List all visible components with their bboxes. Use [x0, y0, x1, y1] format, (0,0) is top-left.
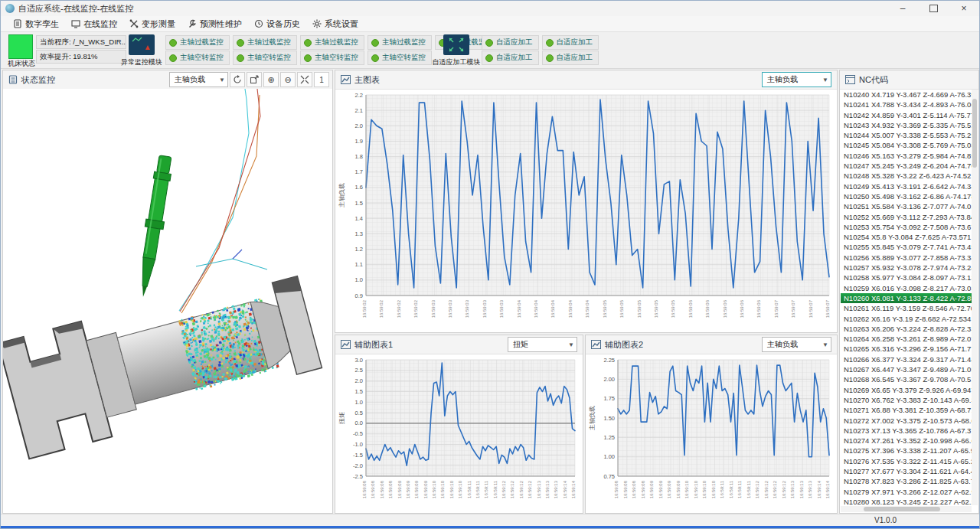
nc-code-panel: NC代码 N10240 X4.719 Y-3.467 Z-4.669 A-76.… [839, 70, 979, 514]
nc-line[interactable]: N10248 X5.328 Y-3.22 Z-6.423 A-74.52 C [841, 171, 972, 181]
nc-line[interactable]: N10277 X7.677 Y-3.304 Z-11.621 A-64.48 [841, 466, 972, 476]
nc-line[interactable]: N10251 X5.584 Y-3.136 Z-7.077 A-74.012 [841, 201, 972, 211]
nc-line[interactable]: N10240 X4.719 Y-3.467 Z-4.669 A-76.396 [841, 90, 972, 100]
close-button[interactable]: × [949, 1, 979, 16]
svg-text:16:59:04: 16:59:04 [550, 299, 555, 318]
nc-line[interactable]: N10253 X5.754 Y-3.092 Z-7.508 A-73.677 [841, 222, 972, 232]
nc-line[interactable]: N10275 X7.396 Y-3.338 Z-11.207 A-65.95 [841, 446, 972, 456]
aux-chart2-signal-dropdown[interactable]: 主轴负载▼ [762, 337, 831, 352]
nc-line[interactable]: N10258 X5.977 Y-3.084 Z-8.097 A-73.138 [841, 273, 972, 282]
toolbar: 机床状态 当前程序: /_N_WKS_DIR... 效率提升: 19.81% 异… [1, 32, 979, 69]
menu-item-predictive-maintenance[interactable]: 预测性维护 [181, 17, 248, 31]
spindle-overload-monitor-button-4[interactable]: 主轴过载监控 [368, 35, 432, 50]
adaptive-machining-button-b-2[interactable]: 自适应加工 [542, 51, 599, 65]
nc-code-icon [845, 75, 855, 84]
nc-line[interactable]: N10261 X6.119 Y-3.159 Z-8.546 A-72.701 [841, 303, 972, 313]
nc-line[interactable]: N10265 X6.316 Y-3.296 Z-9.156 A-71.771 [841, 344, 972, 354]
menu-item-deformation-measure[interactable]: 变形测量 [123, 17, 181, 31]
maximize-button[interactable] [918, 1, 949, 16]
nc-line[interactable]: N10249 X5.413 Y-3.191 Z-6.642 A-74.346 [841, 181, 972, 191]
nc-line[interactable]: N10264 X6.258 Y-3.261 Z-8.989 A-72.072 [841, 334, 972, 344]
current-program-label: 当前程序: /_N_WKS_DIR... [36, 35, 126, 49]
nc-line[interactable]: N10273 X7.13 Y-3.365 Z-10.786 A-67.372 [841, 426, 972, 436]
spindle-overload-monitor-button-3[interactable]: 主轴过载监控 [300, 35, 364, 50]
nc-line[interactable]: N10271 X6.88 Y-3.381 Z-10.359 A-68.711 [841, 405, 972, 415]
main-chart[interactable]: 0.91.01.11.21.31.41.51.61.71.81.92.02.12… [335, 89, 837, 332]
adaptive-machining-button-1[interactable]: 自适应加工 [482, 35, 539, 50]
spindle-idle-monitor-button-3[interactable]: 主轴空转监控 [300, 51, 364, 65]
menu-item-device-history[interactable]: 设备历史 [248, 17, 306, 31]
aux-chart1[interactable]: -2.5-2.0-1.5-1.0-0.50.00.51.01.52.02.53.… [335, 354, 583, 513]
nc-line[interactable]: N10252 X5.669 Y-3.112 Z-7.293 A-73.844 [841, 212, 972, 222]
abnormal-monitor-module-icon[interactable] [129, 34, 155, 55]
nc-line[interactable]: N10243 X4.932 Y-3.369 Z-5.335 A-75.523 [841, 120, 972, 130]
nc-line[interactable]: N10268 X6.545 Y-3.367 Z-9.708 A-70.519 [841, 374, 972, 384]
svg-text:16:59:12: 16:59:12 [782, 480, 786, 498]
svg-text:16:59:14: 16:59:14 [563, 480, 567, 498]
svg-text:16:59:04: 16:59:04 [585, 299, 590, 318]
nc-line[interactable]: N10255 X5.845 Y-3.079 Z-7.741 A-73.458 [841, 242, 972, 252]
nc-line[interactable]: N10259 X6.016 Y-3.098 Z-8.217 A-73.036 [841, 283, 972, 293]
svg-text:16:59:02: 16:59:02 [397, 299, 401, 318]
nc-line[interactable]: N10266 X6.377 Y-3.324 Z-9.317 A-71.443 [841, 354, 972, 364]
nc-line[interactable]: N10244 X5.007 Y-3.338 Z-5.553 A-75.297 [841, 130, 972, 140]
nc-horizontal-scrollbar[interactable] [841, 506, 972, 512]
nc-line[interactable]: N10256 X5.889 Y-3.077 Z-7.858 A-73.348 [841, 253, 972, 263]
nc-line[interactable]: N10250 X5.498 Y-3.162 Z-6.86 A-74.178 C [841, 191, 972, 201]
menu-item-online-monitor[interactable]: 在线监控 [65, 17, 123, 31]
main-chart-signal-dropdown[interactable]: 主轴负载▼ [762, 72, 831, 87]
nc-line[interactable]: N10257 X5.932 Y-3.078 Z-7.974 A-73.243 [841, 263, 972, 273]
nc-line[interactable]: N10278 X7.823 Y-3.286 Z-11.825 A-63.73 [841, 476, 972, 486]
zoom-out-button[interactable]: ⊖ [280, 72, 296, 87]
menu-item-system-settings[interactable]: 系统设置 [306, 17, 364, 31]
nc-line[interactable]: N10274 X7.261 Y-3.352 Z-10.998 A-66.67 [841, 436, 972, 446]
nc-line[interactable]: N10247 X5.245 Y-3.249 Z-6.204 A-74.701 [841, 161, 972, 171]
aux-chart1-signal-dropdown[interactable]: 扭矩▼ [508, 337, 577, 352]
nc-line[interactable]: N10270 X6.762 Y-3.383 Z-10.143 A-69.34 [841, 395, 972, 405]
svg-text:16:59:03: 16:59:03 [482, 299, 487, 318]
view-orbit-button[interactable] [230, 72, 245, 87]
aux-chart2[interactable]: 0.751.001.251.501.752.002.2516:59:0816:5… [586, 354, 837, 513]
nc-line[interactable]: N10279 X7.971 Y-3.266 Z-12.027 A-62.98 [841, 487, 972, 497]
spindle-overload-monitor-button-1[interactable]: 主轴过载监控 [165, 35, 230, 50]
nc-line[interactable]: N10242 X4.859 Y-3.401 Z-5.114 A-75.775 [841, 110, 972, 120]
spindle-overload-monitor-button-2[interactable]: 主轴过载监控 [233, 35, 297, 50]
status-dot-icon [169, 54, 177, 62]
svg-text:16:59:10: 16:59:10 [694, 480, 698, 498]
svg-text:16:59:03: 16:59:03 [431, 299, 436, 318]
zoom-in-button[interactable]: ⊕ [263, 72, 279, 87]
menu-item-digital-twin[interactable]: 数字孪生 [7, 17, 65, 31]
nc-line[interactable]: N10272 X7.002 Y-3.375 Z-10.573 A-68.05 [841, 416, 972, 426]
adaptive-machining-button-2[interactable]: 自适应加工 [542, 35, 599, 50]
svg-text:16:59:05: 16:59:05 [654, 299, 658, 318]
left-signal-dropdown[interactable]: 主轴负载▼ [169, 72, 228, 87]
adaptive-machining-module-icon[interactable] [443, 34, 469, 55]
nc-code-list[interactable]: N10240 X4.719 Y-3.467 Z-4.669 A-76.396N1… [841, 90, 972, 505]
nc-line[interactable]: N10269 X6.65 Y-3.379 Z-9.926 A-69.947 C [841, 385, 972, 395]
nc-line[interactable]: N10267 X6.447 Y-3.347 Z-9.489 A-71.055 [841, 364, 972, 374]
spindle-idle-monitor-button-2[interactable]: 主轴空转监控 [233, 51, 297, 65]
nc-line[interactable]: N10263 X6.206 Y-3.224 Z-8.828 A-72.33 C [841, 324, 972, 334]
adaptive-machining-button-b-1[interactable]: 自适应加工 [482, 51, 539, 65]
svg-text:16:59:02: 16:59:02 [413, 299, 418, 318]
nc-line[interactable]: N10280 X8.123 Y-3.245 Z-12.227 A-62.23 [841, 497, 972, 505]
nc-line[interactable]: N10245 X5.084 Y-3.308 Z-5.769 A-75.088 [841, 140, 972, 150]
nc-vertical-scrollbar[interactable] [972, 90, 978, 505]
spindle-idle-monitor-button-1[interactable]: 主轴空转监控 [165, 51, 230, 65]
minimize-button[interactable]: – [887, 1, 918, 16]
nc-line[interactable]: N10241 X4.788 Y-3.434 Z-4.893 A-76.062 [841, 100, 972, 109]
nc-line-current[interactable]: N10260 X6.081 Y-3.133 Z-8.422 A-72.835 [841, 293, 972, 303]
adaptive-module-label: 自适应加工模块 [430, 57, 483, 67]
view-pan-button[interactable] [247, 72, 262, 87]
nc-line[interactable]: N10254 X5.8 Y-3.084 Z-7.625 A-73.571 C [841, 232, 972, 242]
nc-line[interactable]: N10262 X6.16 Y-3.19 Z-8.682 A-72.534 C [841, 314, 972, 324]
view-scale-indicator[interactable]: 1 [314, 72, 329, 87]
bottom-accent-strip [1, 526, 979, 529]
nc-line[interactable]: N10246 X5.163 Y-3.279 Z-5.984 A-74.892 [841, 151, 972, 161]
nc-line[interactable]: N10276 X7.535 Y-3.322 Z-11.415 A-65.22 [841, 456, 972, 466]
fit-view-button[interactable] [297, 72, 312, 87]
system-settings-icon [312, 19, 322, 28]
spindle-idle-monitor-button-4[interactable]: 主轴空转监控 [368, 51, 432, 65]
status-dot-icon [169, 39, 177, 47]
machine-3d-viewport[interactable] [3, 89, 332, 513]
